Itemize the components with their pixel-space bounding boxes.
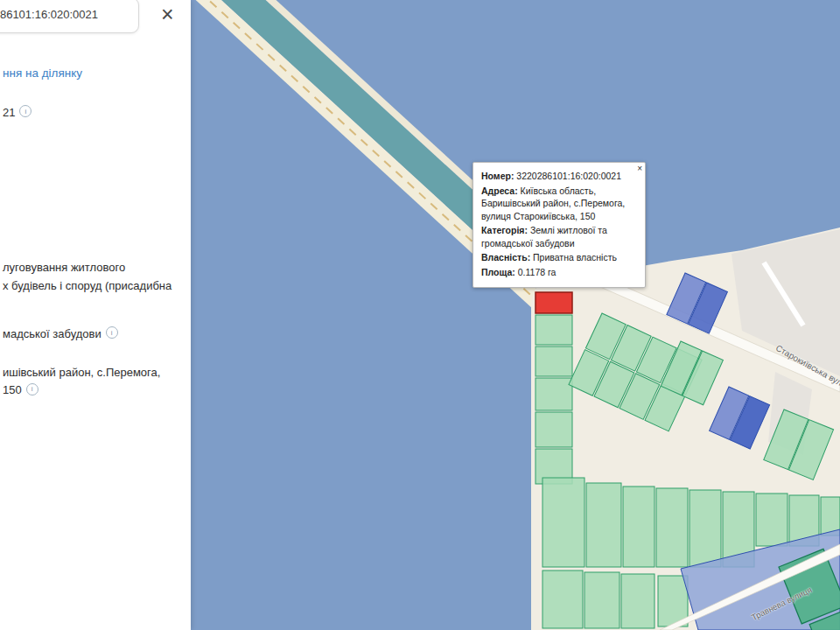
popup-value: 0.1178 га (518, 267, 556, 277)
parcel[interactable] (756, 494, 788, 546)
address-number: 150 (3, 383, 22, 396)
parcel[interactable] (536, 412, 572, 447)
parcel-info-popup: × Номер: 3220286101:16:020:0021 Адреса: … (472, 162, 646, 288)
parcel[interactable] (542, 570, 583, 628)
popup-row-address: Адреса: Київська область, Баришівський р… (481, 185, 637, 223)
address-line-2: 150i (3, 382, 160, 399)
cadastral-number-fragment: 21i (3, 105, 32, 119)
category-text: мадської забудови (3, 327, 102, 340)
info-icon[interactable]: i (106, 326, 118, 339)
land-category-fragment: мадської забудовиi (3, 326, 118, 340)
info-icon[interactable]: i (26, 383, 38, 396)
parcel[interactable] (586, 483, 621, 567)
map-container[interactable]: Старокиївська вулиця Травнева вулиця × Н… (191, 0, 840, 630)
popup-value: 3220286101:16:020:0021 (516, 171, 621, 181)
purpose-line-2: х будівель і споруд (присадибна (3, 276, 172, 295)
parcel[interactable] (623, 486, 654, 567)
parcel[interactable] (656, 488, 688, 567)
popup-value: Приватна власність (533, 252, 617, 262)
parcel[interactable] (621, 574, 654, 628)
close-icon[interactable]: × (161, 1, 174, 27)
address-line-1: ишівський район, с.Перемога, (3, 364, 160, 382)
search-value: 3220286101:16:020:0021 (0, 8, 98, 21)
info-sidebar: 3220286101:16:020:0021 × ння на ділянку … (0, 0, 191, 630)
parcel[interactable] (536, 346, 572, 376)
popup-label: Власність: (481, 252, 530, 262)
popup-label: Номер: (481, 171, 514, 181)
popup-close-icon[interactable]: × (637, 163, 642, 176)
parcel-column-left (536, 292, 572, 484)
popup-label: Площа: (481, 267, 515, 277)
map-canvas[interactable] (191, 0, 840, 630)
popup-row-number: Номер: 3220286101:16:020:0021 (481, 170, 637, 183)
info-icon[interactable]: i (19, 105, 32, 117)
search-input[interactable]: 3220286101:16:020:0021 (0, 0, 139, 33)
cadastral-number-text: 21 (3, 106, 15, 119)
parcel[interactable] (584, 572, 620, 628)
selected-parcel[interactable] (536, 292, 572, 313)
popup-row-ownership: Власність: Приватна власність (481, 251, 637, 264)
parcel[interactable] (536, 315, 572, 345)
purpose-line-1: луговування житлового (3, 258, 172, 276)
land-purpose-text: луговування житлового х будівель і спору… (3, 258, 172, 295)
popup-row-area: Площа: 0.1178 га (481, 266, 637, 279)
address-fragment: ишівський район, с.Перемога, 150i (3, 364, 160, 399)
popup-row-category: Категорія: Землі житлової та громадської… (481, 224, 637, 249)
popup-label: Адреса: (481, 186, 518, 196)
parcel[interactable] (542, 478, 584, 567)
rights-link[interactable]: ння на ділянку (3, 66, 82, 80)
parcel[interactable] (536, 378, 572, 410)
parcel[interactable] (690, 490, 721, 567)
popup-label: Категорія: (481, 225, 528, 235)
